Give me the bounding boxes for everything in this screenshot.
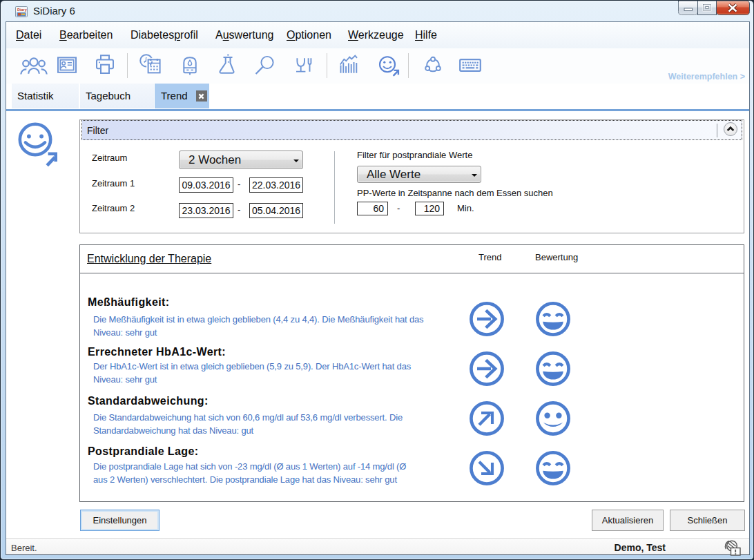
- svg-text:Diary: Diary: [17, 8, 28, 12]
